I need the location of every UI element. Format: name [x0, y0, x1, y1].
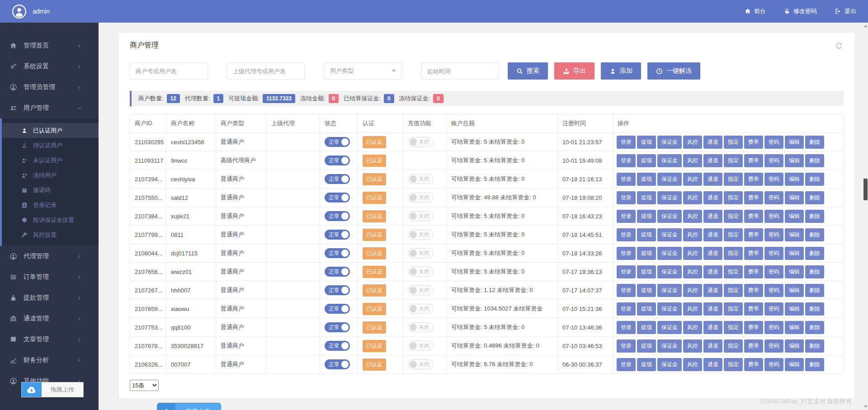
assign-action-button[interactable]: 指定: [724, 210, 743, 223]
deposit-action-button[interactable]: 保证金: [657, 284, 682, 297]
deposit-action-button[interactable]: 保证金: [657, 321, 682, 334]
channel-action-button[interactable]: 通道: [703, 173, 722, 186]
assign-action-button[interactable]: 指定: [724, 284, 743, 297]
risk-action-button[interactable]: 风控: [683, 247, 702, 260]
edit-action-button[interactable]: 编辑: [785, 191, 804, 204]
rate-action-button[interactable]: 费率: [744, 358, 763, 371]
certified-badge[interactable]: 已认证: [363, 210, 386, 222]
delete-action-button[interactable]: 删除: [805, 173, 824, 186]
rate-action-button[interactable]: 费率: [744, 339, 763, 353]
login-action-button[interactable]: 登录: [617, 154, 636, 167]
withdraw-action-button[interactable]: 提现: [637, 302, 656, 316]
assign-action-button[interactable]: 指定: [724, 358, 743, 371]
sidebar-item-channel-management[interactable]: 通道管理: [0, 308, 99, 329]
certified-badge[interactable]: 已认证: [363, 321, 386, 334]
merchant-search-input[interactable]: [130, 62, 208, 80]
withdraw-action-button[interactable]: 提现: [637, 191, 656, 204]
recharge-toggle-off[interactable]: 关闭: [408, 174, 434, 184]
risk-action-button[interactable]: 风控: [683, 228, 702, 241]
status-toggle-on[interactable]: 正常: [325, 322, 350, 332]
rate-action-button[interactable]: 费率: [744, 284, 763, 297]
edit-action-button[interactable]: 编辑: [785, 210, 804, 223]
page-size-select[interactable]: 15条: [130, 380, 159, 391]
password-action-button[interactable]: 密码: [764, 210, 783, 223]
password-action-button[interactable]: 密码: [764, 302, 783, 316]
recharge-toggle-off[interactable]: 关闭: [408, 193, 434, 203]
edit-action-button[interactable]: 编辑: [785, 173, 804, 186]
assign-action-button[interactable]: 指定: [724, 154, 743, 167]
deposit-action-button[interactable]: 保证金: [657, 265, 682, 278]
channel-action-button[interactable]: 通道: [703, 228, 722, 241]
status-toggle-on[interactable]: 正常: [325, 341, 350, 351]
deposit-action-button[interactable]: 保证金: [657, 247, 682, 260]
deposit-action-button[interactable]: 保证金: [657, 136, 682, 149]
topnav-front-desk[interactable]: 前台: [745, 7, 766, 15]
assign-action-button[interactable]: 指定: [724, 265, 743, 278]
recharge-toggle-off[interactable]: 关闭: [408, 137, 434, 147]
channel-action-button[interactable]: 通道: [703, 284, 722, 297]
rate-action-button[interactable]: 费率: [744, 265, 763, 278]
scrollbar-thumb[interactable]: [863, 179, 868, 200]
risk-action-button[interactable]: 风控: [683, 210, 702, 223]
edit-action-button[interactable]: 编辑: [785, 136, 804, 149]
password-action-button[interactable]: 密码: [764, 321, 783, 334]
sidebar-subitem-frozen-users[interactable]: 冻结用户: [2, 168, 99, 183]
rate-action-button[interactable]: 费率: [744, 191, 763, 204]
withdraw-action-button[interactable]: 提现: [637, 154, 656, 167]
login-action-button[interactable]: 登录: [617, 191, 636, 204]
sidebar-subitem-risk-settings[interactable]: 风控设置: [2, 227, 99, 242]
recharge-toggle-off[interactable]: 关闭: [408, 359, 434, 369]
password-action-button[interactable]: 密码: [764, 247, 783, 260]
risk-action-button[interactable]: 风控: [683, 265, 702, 278]
assign-action-button[interactable]: 指定: [724, 136, 743, 149]
page-scrollbar[interactable]: [863, 23, 868, 410]
delete-action-button[interactable]: 删除: [805, 247, 824, 260]
refresh-icon[interactable]: [835, 42, 843, 50]
delete-action-button[interactable]: 删除: [805, 358, 824, 371]
sidebar-item-user-management[interactable]: 用户管理: [0, 98, 99, 118]
sidebar-item-dashboard[interactable]: 管理首页: [0, 35, 99, 56]
edit-action-button[interactable]: 编辑: [785, 339, 804, 353]
sidebar-item-admin-management[interactable]: 管理员管理: [0, 77, 99, 98]
assign-action-button[interactable]: 指定: [724, 302, 743, 316]
certified-badge[interactable]: 已认证: [363, 303, 386, 315]
password-action-button[interactable]: 密码: [764, 228, 783, 241]
assign-action-button[interactable]: 指定: [724, 191, 743, 204]
certified-badge[interactable]: 已认证: [363, 136, 386, 148]
search-button[interactable]: 搜索: [508, 62, 548, 80]
withdraw-action-button[interactable]: 提现: [637, 247, 656, 260]
delete-action-button[interactable]: 删除: [805, 284, 824, 297]
certified-badge[interactable]: 已认证: [363, 173, 386, 185]
login-action-button[interactable]: 登录: [617, 173, 636, 186]
delete-action-button[interactable]: 删除: [805, 210, 824, 223]
login-action-button[interactable]: 登录: [617, 302, 636, 316]
deposit-action-button[interactable]: 保证金: [657, 154, 682, 167]
login-action-button[interactable]: 登录: [617, 321, 636, 334]
edit-action-button[interactable]: 编辑: [785, 321, 804, 334]
risk-action-button[interactable]: 风控: [683, 284, 702, 297]
certified-badge[interactable]: 已认证: [363, 229, 386, 241]
login-action-button[interactable]: 登录: [617, 210, 636, 223]
delete-action-button[interactable]: 删除: [805, 321, 824, 334]
withdraw-action-button[interactable]: 提现: [637, 136, 656, 149]
login-action-button[interactable]: 登录: [617, 358, 636, 371]
withdraw-action-button[interactable]: 提现: [637, 321, 656, 334]
scroll-down-arrow[interactable]: [864, 405, 868, 408]
rate-action-button[interactable]: 费率: [744, 247, 763, 260]
topnav-logout[interactable]: 退出: [835, 7, 856, 15]
deposit-action-button[interactable]: 保证金: [657, 228, 682, 241]
unfreeze-all-button[interactable]: 一键解冻: [647, 62, 700, 80]
risk-action-button[interactable]: 风控: [683, 136, 702, 149]
edit-action-button[interactable]: 编辑: [785, 154, 804, 167]
delete-action-button[interactable]: 删除: [805, 339, 824, 353]
add-button[interactable]: 添加: [601, 62, 641, 80]
drag-upload-widget-bottom[interactable]: 拖拽上传: [157, 403, 221, 410]
password-action-button[interactable]: 密码: [764, 358, 783, 371]
withdraw-action-button[interactable]: 提现: [637, 358, 656, 371]
edit-action-button[interactable]: 编辑: [785, 284, 804, 297]
start-time-input[interactable]: [421, 62, 499, 80]
edit-action-button[interactable]: 编辑: [785, 265, 804, 278]
status-toggle-on[interactable]: 正常: [325, 304, 350, 314]
agent-search-input[interactable]: [227, 62, 305, 80]
rate-action-button[interactable]: 费率: [744, 136, 763, 149]
